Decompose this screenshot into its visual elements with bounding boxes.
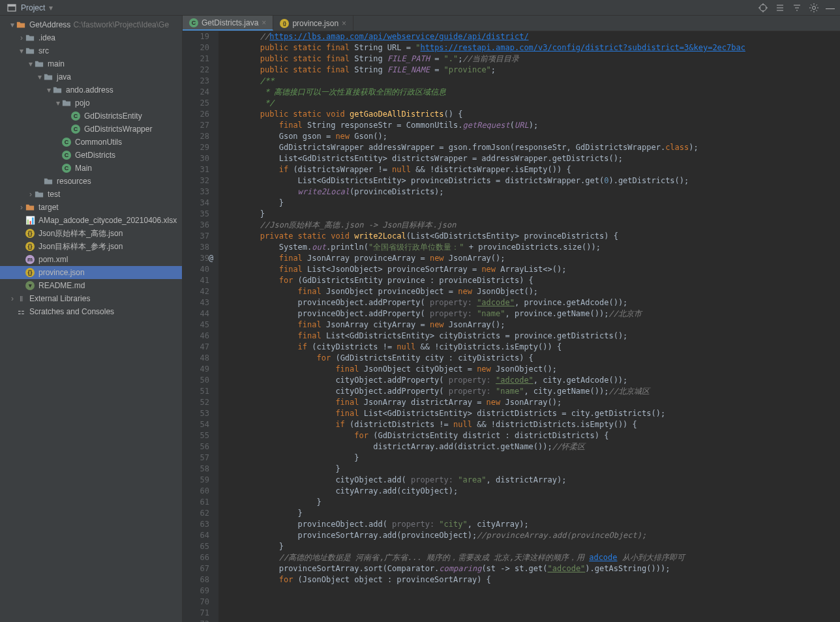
tree-node-icon: {} (25, 267, 35, 278)
tree-node-icon: ⫴ (16, 293, 26, 304)
code-line: public static final String URL = "https:… (222, 42, 840, 53)
code-line: cityObject.addProperty( property: "name"… (222, 386, 840, 397)
file-json1[interactable]: {}Json原始样本_高德.json (0, 227, 182, 240)
class-common[interactable]: CCommonUtils (0, 136, 182, 149)
svg-point-10 (813, 6, 816, 9)
code-line: public static final String FILE_NAME = "… (222, 65, 840, 76)
tree-node-icon: ▾ (25, 280, 35, 291)
line-number: 72 (183, 619, 209, 622)
file-province[interactable]: {}province.json (0, 266, 182, 279)
tab-getdistricts[interactable]: C GetDistricts.java × (183, 16, 273, 31)
locate-icon[interactable] (758, 3, 768, 13)
folder-test[interactable]: ›test (0, 188, 182, 201)
class-entity[interactable]: CGdDistrictsEntity (0, 110, 182, 123)
line-number: 59 (183, 475, 209, 486)
line-number: 37 (183, 231, 209, 242)
code-line: } (222, 198, 840, 209)
tree-node-icon: C (70, 124, 81, 134)
settings-icon[interactable] (809, 3, 819, 13)
tree-node-icon: C (61, 150, 72, 160)
line-number: 32 (183, 175, 209, 186)
line-number: 24 (183, 87, 209, 98)
line-number: 62 (183, 508, 209, 519)
line-number: 30 (183, 153, 209, 164)
code-line: } (222, 541, 840, 552)
code-line: //https://lbs.amap.com/api/webservice/gu… (222, 31, 840, 42)
tree-label: GdDistrictsEntity (84, 111, 142, 121)
code-line: provinceSortArray.sort(Comparator.compar… (222, 563, 840, 574)
line-number: 51 (183, 386, 209, 397)
line-number: 27 (183, 120, 209, 131)
tree-node-icon: C (61, 137, 72, 147)
code-line: final JsonObject provinceObject = new Js… (222, 286, 840, 297)
folder-idea[interactable]: ›.idea (0, 31, 182, 44)
tree-node-icon: {} (25, 241, 35, 252)
close-icon[interactable]: × (262, 18, 266, 27)
tree-node-icon: {} (25, 228, 35, 239)
folder-resources[interactable]: resources (0, 175, 182, 188)
folder-target[interactable]: ›target (0, 201, 182, 214)
class-wrapper[interactable]: CGdDistrictsWrapper (0, 123, 182, 136)
file-pom[interactable]: mpom.xml (0, 253, 182, 266)
folder-src[interactable]: ▾src (0, 44, 182, 57)
code-line: final List<JsonObject> provinceSortArray… (222, 264, 840, 275)
line-number: 25 (183, 98, 209, 109)
code-editor[interactable]: 1920212223242526272829303132333435363738… (183, 31, 840, 622)
tree-arrow-icon: ▾ (9, 20, 16, 29)
file-readme[interactable]: ▾README.md (0, 279, 182, 292)
tree-label: README.md (38, 281, 85, 290)
scratches[interactable]: ⚏Scratches and Consoles (0, 305, 182, 318)
line-number: 22 (183, 65, 209, 76)
code-line: } (222, 464, 840, 475)
tree-label: ando.address (66, 85, 113, 95)
code-line: List<GdDistrictsEntity> provinceDistrict… (222, 175, 840, 186)
tree-label: .idea (38, 33, 55, 42)
class-getdistricts[interactable]: CGetDistricts (0, 149, 182, 162)
line-number: 70 (183, 597, 209, 608)
code-line: } (222, 497, 840, 508)
tree-node-icon (25, 202, 35, 213)
code-line: final JsonArray provinceArray = new Json… (222, 253, 840, 264)
external-libraries[interactable]: ›⫴External Libraries (0, 292, 182, 305)
project-icon (7, 3, 17, 13)
line-number: 69 (183, 585, 209, 597)
expand-icon[interactable] (775, 3, 785, 13)
line-number: 49 (183, 364, 209, 375)
line-number: 44 (183, 308, 209, 319)
package-pojo[interactable]: ▾pojo (0, 96, 182, 110)
line-number: 35 (183, 209, 209, 220)
code-line: private static void write2Local(List<GdD… (222, 231, 840, 242)
svg-point-2 (760, 5, 766, 11)
code-line: provinceObject.add( property: "city", ci… (222, 519, 840, 530)
tree-arrow-icon: › (18, 33, 25, 42)
tree-node-icon (25, 33, 35, 43)
tree-label: Scratches and Consoles (29, 307, 114, 316)
code-line: if (districtDistricts != null && !distri… (222, 419, 840, 430)
line-number: 23 (183, 76, 209, 87)
code-line: */ (222, 98, 840, 109)
editor-tabs: C GetDistricts.java × {} province.json × (183, 16, 840, 31)
hide-icon[interactable]: — (826, 3, 835, 13)
code-line: districtArray.add(district.getName());//… (222, 441, 840, 452)
tree-node-icon: 📊 (25, 215, 35, 226)
code-line: final JsonObject cityObject = new JsonOb… (222, 364, 840, 375)
folder-java[interactable]: ▾java (0, 70, 182, 83)
line-number: 65 (183, 541, 209, 552)
collapse-icon[interactable] (792, 3, 802, 13)
file-xlsx[interactable]: 📊AMap_adcode_citycode_20210406.xlsx (0, 214, 182, 227)
code-line: final String responseStr = CommonUtils.g… (222, 120, 840, 131)
code-line: for (JsonObject object : provinceSortArr… (222, 574, 840, 585)
class-main[interactable]: CMain (0, 162, 182, 175)
tree-arrow-icon: ▾ (18, 46, 25, 55)
line-number: 58 (183, 464, 209, 475)
code-content[interactable]: //https://lbs.amap.com/api/webservice/gu… (218, 31, 840, 622)
file-json2[interactable]: {}Json目标样本_参考.json (0, 240, 182, 253)
line-number: 26 (183, 109, 209, 120)
project-root[interactable]: ▾GetAddressC:\fastwork\Project\Idea\Ge (0, 18, 182, 31)
tree-node-icon: ⚏ (16, 306, 26, 317)
project-tool-button[interactable]: Project ▾ (0, 0, 59, 15)
folder-main[interactable]: ▾main (0, 57, 182, 70)
tab-province-json[interactable]: {} province.json × (273, 16, 353, 31)
close-icon[interactable]: × (342, 19, 346, 28)
package-ando[interactable]: ▾ando.address (0, 83, 182, 96)
